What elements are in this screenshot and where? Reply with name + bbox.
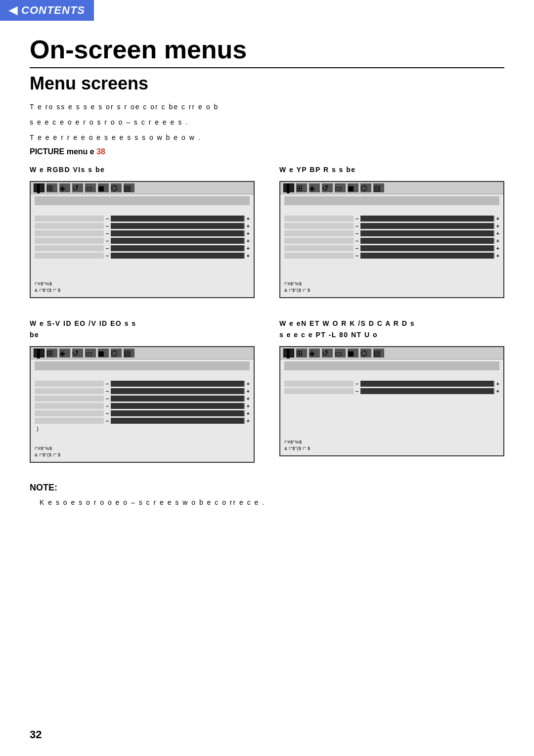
osd-extra-note-2: ) <box>35 426 250 432</box>
osd-icon-1-1: ⊞ <box>296 183 307 192</box>
menu-item-network: W e eN ET W O R K /S D C A R D s s e e c… <box>279 318 504 463</box>
osd-blank-0 <box>35 207 250 214</box>
osd-iconbar-0: ▐ ⊞ ◈ ↺ ▭ ◼ ⌬ ▤ <box>31 182 254 194</box>
osd-icon-2-7: ▤ <box>124 349 134 357</box>
page-title: On-screen menus <box>30 35 504 68</box>
osd-icon-2-4: ▭ <box>85 349 96 357</box>
description-line2: s e e c e o e r o s r o o – s c r e e e … <box>30 116 504 129</box>
osd-blank-1 <box>284 207 499 214</box>
osd-body-2: – + – + – + <box>31 359 254 462</box>
osd-iconbar-2: ▐ ⊞ ◈ ↺ ▭ ◼ ⌬ ▤ <box>31 347 254 359</box>
osd-icon-2-6: ⌬ <box>111 349 122 357</box>
menu-item-ypbpr: W e YP BP R s s be ▐ ⊞ ◈ ↺ ▭ ◼ ⌬ ▤ <box>279 164 504 299</box>
osd-icon-1-3: ↺ <box>322 183 333 192</box>
osd-icon-1-0: ▐ <box>283 183 294 192</box>
menu-caption-ypbpr: W e YP BP R s s be <box>279 164 504 175</box>
osd-blank-2 <box>35 372 250 379</box>
osd-icon-3-5: ◼ <box>348 349 358 357</box>
osd-icon-0-5: ◼ <box>98 183 109 192</box>
osd-box-rgb-dvi: ▐ ⊞ ◈ ↺ ▭ ◼ ⌬ ▤ – + <box>30 181 255 298</box>
picture-menu-label: PICTURE menu e 38 <box>30 147 504 156</box>
osd-bottom-0: !"#$"%$ & !"$"($ !" $ <box>35 281 250 293</box>
menu-grid: W e RGBD VIs s be ▐ ⊞ ◈ ↺ ▭ ◼ ⌬ ▤ <box>30 164 504 463</box>
menu-caption-network: W e eN ET W O R K /S D C A R D s s e e c… <box>279 318 504 340</box>
osd-body-3: – + – + !"#$"%$ & !"$"($ !" <box>280 359 503 455</box>
contents-label: CONTENTS <box>21 4 85 17</box>
osd-slider-2-0: – + <box>35 381 250 387</box>
menu-item-rgb-dvi: W e RGBD VIs s be ▐ ⊞ ◈ ↺ ▭ ◼ ⌬ ▤ <box>30 164 255 299</box>
osd-icon-1-2: ◈ <box>309 183 320 192</box>
contents-banner[interactable]: ◀ CONTENTS <box>0 0 94 21</box>
osd-icon-2-0: ▐ <box>34 349 44 357</box>
osd-icon-1-5: ◼ <box>348 183 358 192</box>
osd-slider-1-0: – + <box>284 216 499 222</box>
osd-slider-0-2: – + <box>35 230 250 236</box>
osd-icon-2-2: ◈ <box>59 349 70 357</box>
osd-box-svideo: ▐ ⊞ ◈ ↺ ▭ ◼ ⌬ ▤ – + <box>30 346 255 463</box>
osd-icon-0-7: ▤ <box>124 183 134 192</box>
osd-slider-1-3: – + <box>284 238 499 244</box>
osd-box-network: ▐ ⊞ ◈ ↺ ▭ ◼ ⌬ ▤ – + <box>279 346 504 456</box>
osd-icon-3-4: ▭ <box>335 349 346 357</box>
osd-slider-0-0: – + <box>35 216 250 222</box>
osd-body-1: – + – + – + <box>280 194 503 297</box>
osd-header-0 <box>35 196 250 205</box>
main-content: On-screen menus Menu screens T e ro ss e… <box>0 0 534 538</box>
osd-bottom-3: !"#$"%$ & !"$"($ !" $ <box>284 439 499 451</box>
menu-caption-rgb-dvi: W e RGBD VIs s be <box>30 164 255 175</box>
osd-icon-2-3: ↺ <box>72 349 83 357</box>
osd-icon-0-3: ↺ <box>72 183 83 192</box>
menu-item-svideo: W e S-V ID EO /V ID EO s s be ▐ ⊞ ◈ ↺ ▭ … <box>30 318 255 463</box>
osd-slider-2-5: – + <box>35 418 250 424</box>
osd-box-ypbpr: ▐ ⊞ ◈ ↺ ▭ ◼ ⌬ ▤ – + <box>279 181 504 298</box>
osd-icon-0-1: ⊞ <box>46 183 57 192</box>
note-section: NOTE: K e s o e s o r o o e o – s c r e … <box>30 483 504 509</box>
osd-icon-0-0: ▐ <box>34 183 44 192</box>
osd-slider-3-0: – + <box>284 381 499 387</box>
osd-blank-3 <box>284 372 499 379</box>
osd-icon-3-6: ⌬ <box>360 349 371 357</box>
triangle-left-icon: ◀ <box>9 4 17 17</box>
osd-icon-0-2: ◈ <box>59 183 70 192</box>
osd-slider-2-4: – + <box>35 410 250 416</box>
osd-icon-3-1: ⊞ <box>296 349 307 357</box>
osd-slider-0-5: – + <box>35 253 250 259</box>
osd-icon-2-1: ⊞ <box>46 349 57 357</box>
osd-slider-1-5: – + <box>284 253 499 259</box>
osd-bottom-2: !"#$"%$ & !"$"($ !" $ <box>35 445 250 458</box>
osd-body-0: – + – + – + <box>31 194 254 297</box>
osd-icon-0-4: ▭ <box>85 183 96 192</box>
section-title: Menu screens <box>30 73 504 94</box>
osd-slider-1-2: – + <box>284 230 499 236</box>
osd-icon-3-0: ▐ <box>283 349 294 357</box>
menu-caption-svideo: W e S-V ID EO /V ID EO s s be <box>30 318 255 340</box>
osd-slider-1-1: – + <box>284 223 499 229</box>
osd-slider-0-1: – + <box>35 223 250 229</box>
osd-slider-2-3: – + <box>35 403 250 409</box>
osd-header-2 <box>35 361 250 370</box>
osd-icon-1-6: ⌬ <box>360 183 371 192</box>
osd-iconbar-1: ▐ ⊞ ◈ ↺ ▭ ◼ ⌬ ▤ <box>280 182 503 194</box>
osd-icon-3-7: ▤ <box>373 349 384 357</box>
osd-icon-1-7: ▤ <box>373 183 384 192</box>
note-text: K e s o e s o r o o e o – s c r e e s w … <box>30 497 504 509</box>
osd-slider-2-2: – + <box>35 396 250 401</box>
osd-slider-0-3: – + <box>35 238 250 244</box>
osd-slider-1-4: – + <box>284 245 499 251</box>
osd-slider-3-1: – + <box>284 388 499 394</box>
osd-bottom-1: !"#$"%$ & !"$"($ !" $ <box>284 281 499 293</box>
osd-header-3 <box>284 361 499 370</box>
osd-iconbar-3: ▐ ⊞ ◈ ↺ ▭ ◼ ⌬ ▤ <box>280 347 503 359</box>
osd-slider-2-1: – + <box>35 388 250 394</box>
osd-icon-0-6: ⌬ <box>111 183 122 192</box>
description-line1: T e ro ss e s s e s or s r oe c or c be … <box>30 101 504 113</box>
osd-icon-1-4: ▭ <box>335 183 346 192</box>
osd-slider-0-4: – + <box>35 245 250 251</box>
osd-icon-3-3: ↺ <box>322 349 333 357</box>
note-title: NOTE: <box>30 483 504 493</box>
osd-header-1 <box>284 196 499 205</box>
osd-icon-2-5: ◼ <box>98 349 109 357</box>
description-line3: T e e e r r e e o e s e e s s s o w b e … <box>30 132 504 144</box>
osd-icon-3-2: ◈ <box>309 349 320 357</box>
page-number: 32 <box>30 728 42 741</box>
